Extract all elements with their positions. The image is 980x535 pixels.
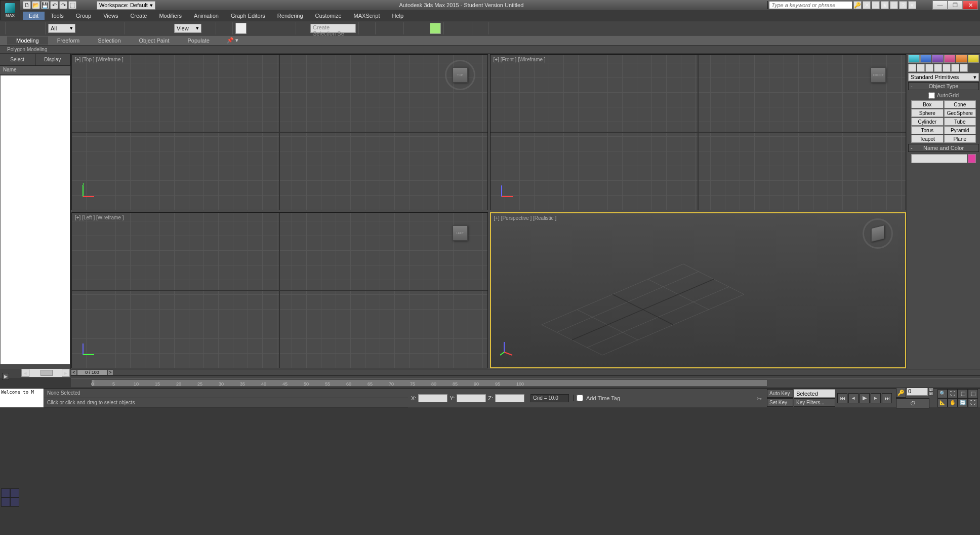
- add-time-tag-label[interactable]: Add Time Tag: [586, 395, 620, 401]
- close-button[interactable]: ✕: [963, 1, 978, 10]
- rollout-name-color[interactable]: -Name and Color: [908, 144, 979, 152]
- ribbon-pin-icon[interactable]: 📌 ▾: [227, 37, 238, 44]
- zoom-extents-all-icon[interactable]: ⬚: [968, 389, 978, 398]
- trackbar[interactable]: /* ticks drawn below via JS */ 051015202…: [71, 378, 980, 388]
- time-config-icon[interactable]: ⏱: [896, 398, 929, 408]
- render-setup-icon[interactable]: [446, 23, 458, 34]
- qat-new-icon[interactable]: 🗋: [23, 1, 31, 9]
- edit-named-sel-icon[interactable]: [299, 23, 310, 34]
- create-teapot-button[interactable]: Teapot: [911, 135, 944, 143]
- keyfilters-button[interactable]: Key Filters...: [794, 398, 835, 407]
- viewcube-left[interactable]: LEFT: [445, 218, 475, 248]
- manipulate-icon[interactable]: [219, 23, 230, 34]
- window-crossing-icon[interactable]: [111, 23, 122, 34]
- key-mode-dropdown[interactable]: Selected: [794, 389, 835, 398]
- viewcube-perspective[interactable]: [863, 218, 893, 249]
- viewport-left-label[interactable]: [+] [Left ] [Wireframe ]: [75, 215, 124, 220]
- pan-icon[interactable]: ✋: [948, 398, 958, 407]
- zoom-icon[interactable]: 🔍: [937, 389, 948, 398]
- qat-link-icon[interactable]: ⬚: [68, 1, 76, 9]
- align-icon[interactable]: [378, 23, 389, 34]
- ribbon-tab-objectpaint[interactable]: Object Paint: [130, 36, 179, 45]
- create-pyramid-button[interactable]: Pyramid: [944, 126, 976, 134]
- pivot-icon[interactable]: [202, 23, 213, 34]
- qat-open-icon[interactable]: 📂: [32, 1, 40, 9]
- viewport-front-label[interactable]: [+] [Front ] [Wireframe ]: [494, 57, 546, 62]
- rendered-frame-icon[interactable]: [458, 23, 469, 34]
- restore-button[interactable]: ❐: [948, 1, 963, 10]
- infocenter-fav-icon[interactable]: ★: [881, 1, 889, 9]
- next-frame-icon[interactable]: ▸: [871, 393, 881, 403]
- menu-group[interactable]: Group: [70, 12, 98, 20]
- material-editor-button[interactable]: [430, 23, 441, 34]
- create-geosphere-button[interactable]: GeoSphere: [944, 109, 976, 117]
- cat-shapes-icon[interactable]: [917, 64, 925, 72]
- ribbon-tab-populate[interactable]: Populate: [178, 36, 218, 45]
- goto-end-icon[interactable]: ⏭: [882, 393, 892, 403]
- unlink-icon[interactable]: [20, 23, 31, 34]
- maximize-viewport-icon[interactable]: ⛶: [968, 398, 978, 407]
- ribbon-panel-title[interactable]: Polygon Modeling: [0, 46, 980, 54]
- frame-spinner-down[interactable]: ▾: [928, 392, 933, 396]
- timeline-prev-button[interactable]: <: [71, 369, 77, 375]
- menu-rendering[interactable]: Rendering: [271, 12, 309, 20]
- viewcube-top[interactable]: TOP: [445, 60, 475, 90]
- current-frame-input[interactable]: 0: [907, 388, 928, 396]
- help-icon[interactable]: ?: [899, 1, 907, 9]
- link-icon[interactable]: [8, 23, 19, 34]
- setkey-button[interactable]: Set Key: [767, 398, 793, 407]
- cat-geometry-icon[interactable]: [908, 64, 916, 72]
- create-box-button[interactable]: Box: [911, 100, 944, 108]
- menu-help[interactable]: Help: [386, 12, 410, 20]
- workspace-selector[interactable]: Workspace: Default▾: [97, 1, 155, 10]
- menu-tools[interactable]: Tools: [45, 12, 70, 20]
- cat-lights-icon[interactable]: [925, 64, 933, 72]
- coord-y-input[interactable]: [457, 394, 486, 402]
- infocenter-signin-icon[interactable]: 🔑: [853, 1, 862, 9]
- layers-icon[interactable]: [390, 23, 401, 34]
- infocenter-comm-icon[interactable]: ⬚: [890, 1, 898, 9]
- viewport-perspective[interactable]: [+] [Perspective ] [Realistic ]: [490, 212, 907, 368]
- scene-explorer-tab-select[interactable]: Select: [0, 54, 35, 65]
- object-color-swatch[interactable]: [968, 154, 976, 163]
- key-icon[interactable]: 🗝: [756, 395, 762, 401]
- maxscript-listener[interactable]: Welcome to M: [0, 389, 44, 407]
- create-category-dropdown[interactable]: Standard Primitives▾: [908, 73, 979, 81]
- minimize-button[interactable]: —: [932, 1, 948, 10]
- select-region-icon[interactable]: [99, 23, 110, 34]
- mirror-icon[interactable]: [361, 23, 373, 34]
- tab-utilities-icon[interactable]: [968, 55, 979, 63]
- menu-edit[interactable]: Edit: [23, 12, 45, 20]
- fov-icon[interactable]: 📐: [937, 398, 948, 407]
- tab-modify-icon[interactable]: [920, 55, 932, 63]
- goto-start-icon[interactable]: ⏮: [837, 393, 847, 403]
- viewport-perspective-label[interactable]: [+] [Perspective ] [Realistic ]: [494, 215, 557, 221]
- bind-icon[interactable]: [31, 23, 43, 34]
- qat-redo-icon[interactable]: ↷: [59, 1, 67, 9]
- schematic-view-icon[interactable]: [418, 23, 429, 34]
- infocenter-exchange-icon[interactable]: ✕: [863, 1, 871, 9]
- move-icon[interactable]: [128, 23, 139, 34]
- angle-snap-icon[interactable]: [259, 23, 270, 34]
- cat-systems-icon[interactable]: [960, 64, 968, 72]
- viewport-top[interactable]: [+] [Top ] [Wireframe ] y TOP: [71, 54, 488, 210]
- curve-editor-icon[interactable]: [406, 23, 418, 34]
- create-cylinder-button[interactable]: Cylinder: [911, 118, 944, 126]
- select-name-icon[interactable]: [88, 23, 99, 34]
- render-icon[interactable]: [475, 23, 486, 34]
- menu-maxscript[interactable]: MAXScript: [348, 12, 386, 20]
- tab-motion-icon[interactable]: [944, 55, 956, 63]
- orbit-icon[interactable]: 🔄: [958, 398, 968, 407]
- menu-create[interactable]: Create: [124, 12, 153, 20]
- tab-create-icon[interactable]: [908, 55, 920, 63]
- named-selection-input[interactable]: Create Selection Se: [310, 24, 356, 33]
- prev-frame-icon[interactable]: ◂: [848, 393, 859, 403]
- timeline-next-button[interactable]: >: [107, 369, 113, 375]
- zoom-extents-icon[interactable]: ⬚: [958, 389, 968, 398]
- frame-spinner-up[interactable]: ▴: [928, 388, 933, 392]
- viewport-left[interactable]: [+] [Left ] [Wireframe ] LEFT: [71, 212, 488, 368]
- autogrid-checkbox[interactable]: [928, 92, 935, 99]
- ribbon-tab-selection[interactable]: Selection: [89, 36, 130, 45]
- scene-explorer-scrollbar[interactable]: ◂▸: [21, 369, 70, 377]
- cat-helpers-icon[interactable]: [943, 64, 951, 72]
